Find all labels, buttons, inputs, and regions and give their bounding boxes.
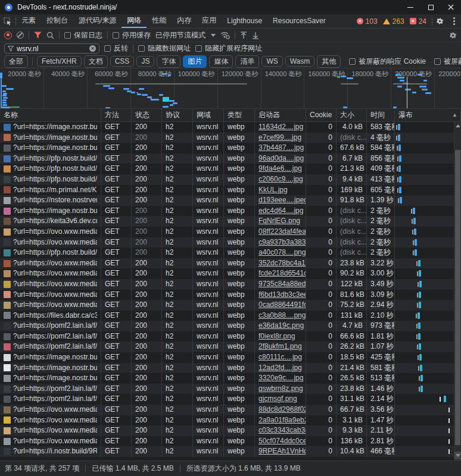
request-initiator[interactable]: 352dc78bc4a116 <box>255 258 306 269</box>
request-name-cell[interactable]: ?url=https://image.nostr.bui... <box>0 133 101 143</box>
table-row[interactable]: ?url=https://pomf2.lain.la/f/... GET 200… <box>0 384 461 394</box>
table-row[interactable]: ?url=https://image.nostr.bui... GET 200 … <box>0 363 461 374</box>
column-header-name[interactable]: 名称 <box>0 109 101 121</box>
request-name-cell[interactable]: ?url=https://ovo.wxw.media... <box>0 279 101 290</box>
request-initiator[interactable]: 9735c84a88ed48 <box>255 279 306 290</box>
scrollbar-down-arrow-icon[interactable] <box>454 452 461 459</box>
console-errors-badge[interactable]: ✕ 103 <box>357 17 378 26</box>
issues-badge[interactable]: ✕ 24 <box>410 17 426 26</box>
scrollbar-up-arrow-icon[interactable] <box>454 122 461 130</box>
column-header-waterfall[interactable]: 瀑布 ▲ <box>395 109 461 121</box>
request-name-cell[interactable]: ?url=https://ovo.wxw.media... <box>0 290 101 300</box>
request-name-cell[interactable]: ?url=https://ovo.wxw.media... <box>0 258 101 269</box>
request-name-cell[interactable]: ?url=https://pomf2.lain.la/f/... <box>0 394 101 405</box>
request-initiator[interactable]: 37b4487....jpg <box>255 143 306 154</box>
request-name-cell[interactable]: ?url=https://ovo.wxw.media... <box>0 405 101 415</box>
table-row[interactable]: ?url=https://pomf2.lain.la/f/... GET 200… <box>0 342 461 352</box>
preserve-log-checkbox[interactable]: 保留日志 <box>64 30 102 40</box>
request-initiator[interactable]: f0iexl8r.png <box>255 331 306 342</box>
more-options-kebab-icon[interactable] <box>447 17 461 25</box>
type-filter-chip[interactable]: 字体 <box>157 55 180 68</box>
request-initiator[interactable]: 08ff223daf4fea96 <box>255 227 306 237</box>
filter-input-box[interactable]: ✕ <box>4 43 99 54</box>
table-row[interactable]: ?url=https://ovo.wxw.media... GET 200 h2… <box>0 268 461 279</box>
request-name-cell[interactable]: ?url=https://files.dabr.ca/c3... <box>0 311 101 321</box>
table-row[interactable]: ?url=https://pomf2.lain.la/f/... GET 200… <box>0 394 461 405</box>
table-row[interactable]: ?url=https://m.primal.net/K... GET 200 h… <box>0 185 461 196</box>
table-row[interactable]: ?url=https://ovo.wxw.media... GET 200 h2… <box>0 227 461 237</box>
request-name-cell[interactable]: ?url=https://pfp.nostr.build/... <box>0 154 101 164</box>
invert-checkbox[interactable]: 反转 <box>104 43 128 54</box>
devtools-tab[interactable]: 源代码/来源 <box>73 14 122 28</box>
request-name-cell[interactable]: ?url=https://ovo.wxw.media... <box>0 300 101 311</box>
request-name-cell[interactable]: ?url=https://m.primal.net/K... <box>0 185 101 196</box>
request-initiator[interactable]: fcde218d6541c6 <box>255 268 306 279</box>
request-initiator[interactable]: c2060c9....jpg <box>255 174 306 185</box>
table-row[interactable]: ?url=https://pomf2.lain.la/f/... GET 200… <box>0 321 461 331</box>
request-name-cell[interactable]: ?url=https://nstore.nostrver... <box>0 195 101 206</box>
request-name-cell[interactable]: ?url=https://ovo.wxw.media... <box>0 227 101 237</box>
request-initiator[interactable]: d193eee....jpeg <box>255 195 306 206</box>
request-name-cell[interactable]: ?url=https://image.nostr.bui... <box>0 143 101 154</box>
checkbox[interactable] <box>138 45 145 52</box>
request-initiator[interactable]: 12ad2fd....jpg <box>255 363 306 374</box>
table-row[interactable]: ?url=https://ovo.wxw.media... GET 200 h2… <box>0 425 461 436</box>
settings-gear-icon[interactable] <box>432 17 447 25</box>
column-header-type[interactable]: 类型 <box>224 109 255 121</box>
column-header-status[interactable]: 状态 <box>132 109 162 121</box>
request-name-cell[interactable]: ?url=https://pomf2.lain.la/f/... <box>0 331 101 342</box>
request-initiator[interactable]: c80111c....jpg <box>255 352 306 363</box>
column-header-domain[interactable]: 网域 <box>193 109 224 121</box>
request-initiator[interactable]: 2a9a01f8a9eb2c <box>255 415 306 426</box>
table-row[interactable]: ?url=https://image.nostr.bui... GET 200 … <box>0 133 461 143</box>
record-button[interactable] <box>4 32 12 39</box>
checkbox[interactable] <box>195 45 202 52</box>
type-filter-chip[interactable]: JS <box>136 56 154 67</box>
request-name-cell[interactable]: ?url=https://pfp.nostr.build/... <box>0 248 101 258</box>
table-row[interactable]: ?url=https://image.nostr.bui... GET 200 … <box>0 122 461 133</box>
request-initiator[interactable]: KkUL.jpg <box>255 185 306 196</box>
type-filter-chip[interactable]: 文档 <box>84 55 108 68</box>
devtools-tab[interactable]: 性能 <box>147 14 172 28</box>
request-initiator[interactable]: 3320e9c....jpg <box>255 373 306 384</box>
table-row[interactable]: ?url=https://ovo.wxw.media... GET 200 h2… <box>0 415 461 426</box>
request-name-cell[interactable]: ?url=https://pfp.nostr.build/... <box>0 174 101 185</box>
devtools-tab[interactable]: ResourcesSaver <box>267 14 331 28</box>
minimize-button[interactable] <box>400 0 420 14</box>
table-row[interactable]: ?url=https://files.dabr.ca/c3... GET 200… <box>0 311 461 321</box>
column-header-time[interactable]: 时间 <box>367 109 395 121</box>
devtools-tab[interactable]: 内存 <box>172 14 197 28</box>
devtools-tab[interactable]: 控制台 <box>41 14 73 28</box>
table-row[interactable]: ?url=https://ovo.wxw.media... GET 200 h2… <box>0 258 461 269</box>
request-name-cell[interactable]: ?url=https://ovo.wxw.media... <box>0 425 101 436</box>
maximize-button[interactable] <box>420 0 441 14</box>
vertical-scrollbar[interactable] <box>454 122 461 461</box>
clear-button[interactable] <box>17 32 24 39</box>
table-row[interactable]: ?url=https://ovo.wxw.media... GET 200 h2… <box>0 436 461 447</box>
request-name-cell[interactable]: ?url=https://ovo.wxw.media... <box>0 268 101 279</box>
table-row[interactable]: ?url=https://pfp.nostr.build/... GET 200… <box>0 154 461 164</box>
request-name-cell[interactable]: ?url=https://image.nostr.bui... <box>0 352 101 363</box>
checkbox[interactable] <box>64 32 71 39</box>
request-name-cell[interactable]: ?url=https://pomf2.lain.la/f/... <box>0 342 101 352</box>
request-initiator[interactable]: e36da19c.png <box>255 321 306 331</box>
inspect-element-icon[interactable] <box>0 14 15 28</box>
search-icon[interactable] <box>46 32 54 39</box>
table-row[interactable]: ?url=https://ovo.wxw.media... GET 200 h2… <box>0 290 461 300</box>
request-initiator[interactable]: qswbrn8z.png <box>255 384 306 394</box>
clear-filter-icon[interactable]: ✕ <box>89 45 96 52</box>
request-initiator[interactable]: 9fda4e6....jpg <box>255 164 306 174</box>
table-row[interactable]: ?url=https://image.nostr.bui... GET 200 … <box>0 352 461 363</box>
table-row[interactable]: ?url=https://keita3v6.dev.cd... GET 200 … <box>0 216 461 227</box>
column-header-method[interactable]: 方法 <box>101 109 132 121</box>
request-name-cell[interactable]: ?url=https://pfp.nostr.build/... <box>0 164 101 174</box>
console-warnings-badge[interactable]: 263 <box>383 17 404 26</box>
column-header-cookie[interactable]: Cookie <box>306 109 337 121</box>
table-row[interactable]: ?url=https://pfp.nostr.build/... GET 200… <box>0 248 461 258</box>
type-filter-chip[interactable]: 图片 <box>183 55 207 68</box>
devtools-tab[interactable]: Lighthouse <box>222 14 267 28</box>
request-name-cell[interactable]: ?url=https://ovo.wxw.media... <box>0 415 101 426</box>
request-initiator[interactable]: edc4d64....jpg <box>255 206 306 217</box>
request-initiator[interactable]: a40c078....png <box>255 248 306 258</box>
request-name-cell[interactable]: ?url=https://pomf2.lain.la/f/... <box>0 384 101 394</box>
